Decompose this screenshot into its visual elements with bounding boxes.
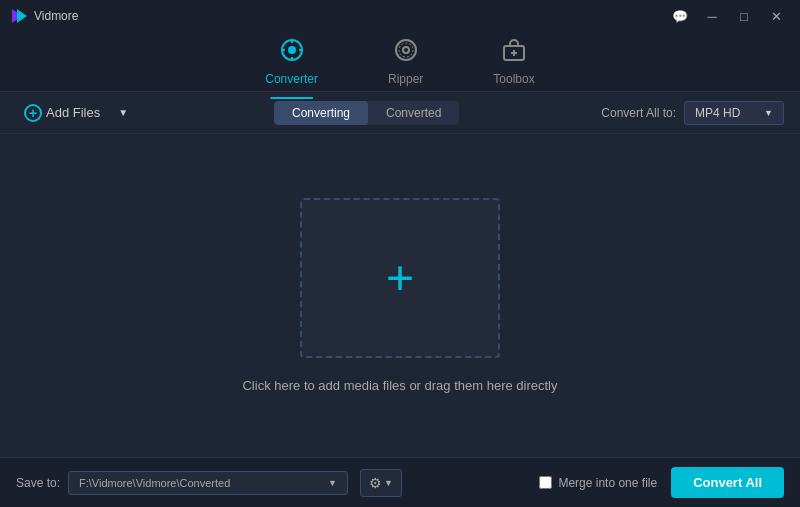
save-to-path-dropdown[interactable]: F:\Vidmore\Vidmore\Converted ▼ xyxy=(68,471,348,495)
app-title: Vidmore xyxy=(34,9,78,23)
format-select-dropdown[interactable]: MP4 HD ▼ xyxy=(684,101,784,125)
gear-icon: ⚙ xyxy=(369,475,382,491)
chat-button[interactable]: 💬 xyxy=(666,5,694,27)
save-path-arrow-icon: ▼ xyxy=(328,478,337,488)
nav-bar: Converter Ripper Toolbox xyxy=(0,32,800,92)
toolbox-icon xyxy=(502,38,526,68)
settings-button[interactable]: ⚙ ▼ xyxy=(360,469,402,497)
svg-point-9 xyxy=(403,47,409,53)
add-files-label: Add Files xyxy=(46,105,100,120)
minimize-icon: ─ xyxy=(707,9,716,24)
format-select-value: MP4 HD xyxy=(695,106,740,120)
merge-into-one-section: Merge into one file xyxy=(539,476,657,490)
converting-tab-button[interactable]: Converting xyxy=(274,101,368,125)
tab-ripper[interactable]: Ripper xyxy=(378,32,433,92)
tab-converter[interactable]: Converter xyxy=(255,32,328,92)
drop-zone-plus-icon: + xyxy=(386,254,414,302)
add-files-icon: + xyxy=(24,104,42,122)
chat-icon: 💬 xyxy=(672,9,688,24)
format-select-arrow-icon: ▼ xyxy=(764,108,773,118)
drop-zone[interactable]: + xyxy=(300,198,500,358)
convert-all-to-label: Convert All to: xyxy=(601,106,676,120)
svg-point-3 xyxy=(288,46,296,54)
add-files-button[interactable]: + Add Files xyxy=(16,100,108,126)
app-logo xyxy=(10,7,28,25)
toolbox-tab-label: Toolbox xyxy=(493,72,534,86)
converting-converted-switcher: Converting Converted xyxy=(274,101,459,125)
tab-toolbox[interactable]: Toolbox xyxy=(483,32,544,92)
minimize-button[interactable]: ─ xyxy=(698,5,726,27)
add-files-dropdown-button[interactable]: ▼ xyxy=(114,103,132,122)
svg-marker-1 xyxy=(17,9,27,23)
bottom-right: Merge into one file Convert All xyxy=(539,467,784,498)
drop-zone-hint: Click here to add media files or drag th… xyxy=(242,378,557,393)
title-bar: Vidmore 💬 ─ □ ✕ xyxy=(0,0,800,32)
merge-into-one-label: Merge into one file xyxy=(558,476,657,490)
title-bar-left: Vidmore xyxy=(10,7,78,25)
dropdown-arrow-icon: ▼ xyxy=(118,107,128,118)
settings-arrow-icon: ▼ xyxy=(384,478,393,488)
save-to-path-text: F:\Vidmore\Vidmore\Converted xyxy=(79,477,322,489)
toolbar-right: Convert All to: MP4 HD ▼ xyxy=(601,101,784,125)
close-button[interactable]: ✕ xyxy=(762,5,790,27)
maximize-button[interactable]: □ xyxy=(730,5,758,27)
convert-all-button[interactable]: Convert All xyxy=(671,467,784,498)
merge-into-one-checkbox[interactable] xyxy=(539,476,552,489)
title-bar-controls: 💬 ─ □ ✕ xyxy=(666,5,790,27)
converted-tab-button[interactable]: Converted xyxy=(368,101,459,125)
converter-icon xyxy=(280,38,304,68)
toolbar-left: + Add Files ▼ xyxy=(16,100,132,126)
save-to-label: Save to: xyxy=(16,476,60,490)
ripper-tab-label: Ripper xyxy=(388,72,423,86)
close-icon: ✕ xyxy=(771,9,782,24)
main-content: + Click here to add media files or drag … xyxy=(0,134,800,457)
save-to-section: Save to: F:\Vidmore\Vidmore\Converted ▼ … xyxy=(16,469,539,497)
ripper-icon xyxy=(394,38,418,68)
toolbar: + Add Files ▼ Converting Converted Conve… xyxy=(0,92,800,134)
bottom-bar: Save to: F:\Vidmore\Vidmore\Converted ▼ … xyxy=(0,457,800,507)
maximize-icon: □ xyxy=(740,9,748,24)
svg-point-10 xyxy=(399,43,413,57)
converter-tab-label: Converter xyxy=(265,72,318,86)
